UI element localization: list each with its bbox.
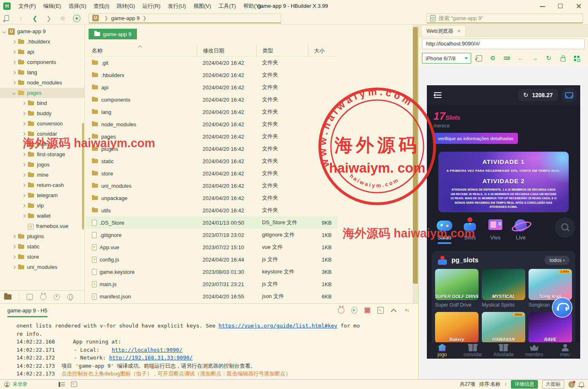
new-file-icon[interactable]: + [0, 14, 14, 23]
table-row[interactable]: pages 2024/04/20 16:42 文件夹 [86, 130, 337, 143]
table-row[interactable]: App.vue 2023/07/22 15:10 vue 文件 1KB [86, 241, 337, 253]
settings-gear-icon[interactable]: ⚙ [487, 53, 499, 64]
table-row[interactable]: .hbuilderx 2024/04/20 16:42 文件夹 [86, 69, 337, 81]
chevron-icon[interactable] [21, 184, 27, 187]
tree-item[interactable]: plugins [0, 231, 84, 241]
customer-service-button[interactable] [553, 298, 572, 317]
sync-icon[interactable] [54, 294, 60, 300]
chevron-icon[interactable] [21, 174, 27, 176]
tree-item[interactable]: jogos [0, 159, 84, 170]
menu-item[interactable]: 视图(V) [189, 0, 214, 12]
nav-item[interactable]: Atividade [488, 344, 519, 357]
debug-bug-icon[interactable] [338, 307, 344, 314]
tree-item[interactable]: uni_modules [0, 262, 84, 272]
menu-item[interactable]: 跳转(G) [113, 0, 139, 12]
refresh-icon[interactable]: ↻ [542, 53, 555, 64]
chevron-icon[interactable] [21, 194, 27, 197]
chevron-icon[interactable] [21, 205, 27, 207]
table-row[interactable]: components 2024/04/20 16:42 文件夹 [86, 93, 337, 106]
table-row[interactable]: unpackage 2024/04/20 16:42 文件夹 [86, 192, 337, 204]
open-external-browser-icon[interactable] [473, 53, 485, 64]
tree-item[interactable]: lang [0, 67, 84, 77]
table-row[interactable]: utils 2024/04/20 16:42 文件夹 [86, 204, 337, 216]
large-icons-button[interactable]: 大图标 [542, 380, 564, 389]
chevron-icon[interactable] [11, 266, 17, 268]
close-icon[interactable]: × [458, 28, 461, 34]
table-row[interactable]: api 2024/04/20 16:42 文件夹 [86, 81, 337, 93]
table-row[interactable]: uni_modules 2024/04/20 16:42 文件夹 [86, 180, 337, 192]
game-card-art[interactable]: RAVE [529, 312, 572, 343]
file-panel-tab[interactable]: game-app 9 [89, 29, 137, 39]
user-icon[interactable] [4, 382, 10, 387]
game-card-art[interactable]: MYSTICAL [482, 269, 525, 300]
lock-icon[interactable] [556, 53, 569, 64]
clear-console-icon[interactable] [403, 307, 410, 314]
file-list-scrollbar[interactable] [413, 25, 418, 303]
qrcode-icon[interactable] [570, 53, 583, 64]
menu-item[interactable]: 运行(R) [139, 0, 164, 12]
category-tab[interactable]: Vivo [483, 217, 508, 241]
tree-item[interactable]: events [0, 139, 84, 149]
table-row[interactable]: manifest.json 2024/04/20 16:55 json 文件 6… [86, 290, 337, 303]
tree-item[interactable]: convidar [0, 129, 84, 139]
tree-item[interactable]: static [0, 241, 84, 252]
list-view-icon[interactable] [59, 382, 64, 387]
chevron-icon[interactable] [21, 215, 27, 217]
sort-direction-icon[interactable]: ↑ [504, 382, 507, 387]
back-icon[interactable]: ❮ [28, 15, 42, 22]
chevron-icon[interactable] [11, 246, 17, 248]
activity-banner[interactable]: ATIVIDADE 1 A PRIMEIRA VEZ PARA RECARREG… [438, 152, 569, 212]
chevron-icon[interactable] [21, 112, 27, 115]
menu-item[interactable]: 选择(S) [65, 0, 90, 12]
chevron-icon[interactable] [11, 51, 17, 53]
nav-item[interactable]: convidar [458, 344, 488, 357]
menu-item[interactable]: 查找(I) [90, 0, 113, 12]
bug-icon[interactable] [40, 294, 46, 300]
terminal-icon[interactable] [71, 382, 77, 387]
search-icon[interactable] [555, 217, 575, 238]
chevron-icon[interactable] [21, 133, 27, 135]
tree-item[interactable]: pages [0, 88, 84, 98]
up-icon[interactable]: ↑ [14, 15, 28, 22]
chevron-icon[interactable] [11, 235, 17, 238]
maximize-button[interactable] [552, 0, 570, 12]
game-card-art[interactable]: 3.000x Song kran [529, 269, 572, 300]
chevron-icon[interactable] [11, 61, 17, 64]
sidebar-scrollbar[interactable] [82, 123, 84, 230]
game-card[interactable]: RAVE [529, 312, 572, 345]
table-row[interactable]: plugins 2024/04/20 16:42 文件夹 [86, 143, 337, 155]
column-date[interactable]: 修改日期 [197, 45, 256, 57]
column-size[interactable]: 大小 [308, 45, 337, 57]
vuejs-doc-link[interactable]: https://vuejs.org/guide/list.html#key [219, 323, 337, 329]
category-tab[interactable]: Slots [457, 217, 483, 241]
game-card[interactable]: Bakery [435, 312, 479, 345]
tree-item[interactable]: game-app 9 [0, 26, 84, 36]
tree-item[interactable]: telegram [0, 190, 84, 200]
forward-icon[interactable]: → [529, 53, 541, 64]
table-row[interactable]: .DS_Store 2024/01/13 00:50 DS_Store 文件 9… [86, 216, 337, 229]
game-card[interactable]: SUPER GOLF DRIVE Super Golf Drive [435, 269, 479, 308]
search-input[interactable]: 搜索 "game-app 9" [426, 14, 583, 23]
detail-view-button[interactable]: 详细信息 [511, 380, 538, 389]
table-row[interactable]: main.js 2023/07/31 23:21 js 文件 1KB [86, 278, 337, 290]
menu-item[interactable]: 文件(F) [15, 0, 40, 12]
tree-item[interactable]: mine [0, 170, 84, 180]
game-card-art[interactable]: 2500x HAWAIIAN [482, 312, 525, 343]
nav-item[interactable]: jogo [427, 344, 458, 357]
chevron-icon[interactable] [11, 256, 17, 258]
breadcrumb[interactable]: U ❯ game-app 9 ❯ [89, 14, 281, 23]
chevron-icon[interactable] [21, 102, 27, 105]
tree-item[interactable]: components [0, 57, 84, 67]
tree-item[interactable]: bind [0, 98, 84, 108]
tree-item[interactable]: buddy [0, 108, 84, 118]
game-card-art[interactable]: Bakery [435, 312, 479, 343]
menu-collapse-icon[interactable] [433, 92, 442, 98]
globe-icon[interactable] [67, 294, 73, 300]
network-url-link[interactable]: http://192.168.31.33:9090/ [109, 355, 193, 361]
run-icon[interactable] [73, 15, 80, 22]
restart-icon[interactable] [351, 307, 358, 314]
chevron-icon[interactable] [21, 123, 27, 125]
menu-item[interactable]: 编辑(E) [40, 0, 65, 12]
folders-icon[interactable] [4, 294, 11, 300]
chevron-icon[interactable] [21, 164, 27, 166]
